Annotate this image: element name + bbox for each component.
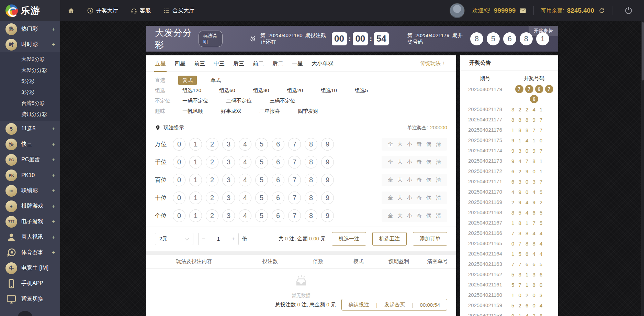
digit-9[interactable]: 9 xyxy=(321,138,334,151)
tab-中三[interactable]: 中三 xyxy=(214,55,225,72)
quick-action-大[interactable]: 大 xyxy=(397,177,403,183)
random-one-button[interactable]: 机选一注 xyxy=(332,232,366,246)
sidebar-item-ssc[interactable]: 时时时彩+ xyxy=(0,37,60,52)
digit-7[interactable]: 7 xyxy=(288,174,301,186)
random-five-button[interactable]: 机选五注 xyxy=(372,232,407,246)
quick-action-偶[interactable]: 偶 xyxy=(426,159,431,165)
add-order-button[interactable]: 添加订单 xyxy=(413,232,447,246)
quick-action-偶[interactable]: 偶 xyxy=(426,195,431,201)
rules-button[interactable]: 玩法说明 xyxy=(199,31,223,47)
mail-icon[interactable] xyxy=(519,7,527,14)
quick-action-清[interactable]: 清 xyxy=(436,213,441,219)
quick-action-奇[interactable]: 奇 xyxy=(417,195,422,201)
play-option-组选5[interactable]: 组选5 xyxy=(351,86,372,95)
digit-9[interactable]: 9 xyxy=(321,156,334,168)
digit-4[interactable]: 4 xyxy=(239,174,251,186)
submenu-item-大发分分彩[interactable]: 大发分分彩 xyxy=(0,65,60,76)
submenu-item-腾讯分分彩[interactable]: 腾讯分分彩 xyxy=(0,109,60,120)
increase-button[interactable]: + xyxy=(228,233,238,245)
sidebar-item-live[interactable]: 真人视讯+ xyxy=(0,229,60,245)
play-option-组选10[interactable]: 组选10 xyxy=(317,86,341,95)
quick-action-大[interactable]: 大 xyxy=(397,213,403,219)
submenu-item-5分彩[interactable]: 5分彩 xyxy=(0,76,60,87)
sidebar-item-pk10[interactable]: PKPK10+ xyxy=(0,167,60,183)
digit-2[interactable]: 2 xyxy=(206,192,218,204)
traditional-play-link[interactable]: 传统玩法 〉 xyxy=(420,60,447,67)
digit-3[interactable]: 3 xyxy=(222,156,235,168)
confirm-bet-button[interactable]: 确认投注 xyxy=(342,302,376,308)
quick-action-大[interactable]: 大 xyxy=(397,159,403,165)
trend-link[interactable]: 开奖走势 xyxy=(529,26,558,36)
sidebar-toggle-button[interactable] xyxy=(17,311,33,316)
quick-action-奇[interactable]: 奇 xyxy=(417,177,422,183)
nav-home[interactable] xyxy=(68,7,75,14)
quick-action-大[interactable]: 大 xyxy=(397,141,403,148)
sidebar-item-pcdd[interactable]: PCPC蛋蛋+ xyxy=(0,152,60,167)
digit-3[interactable]: 3 xyxy=(222,209,235,222)
sidebar-item-hot[interactable]: 热热门彩+ xyxy=(0,21,60,37)
quick-action-清[interactable]: 清 xyxy=(436,177,441,183)
power-icon[interactable] xyxy=(624,6,633,15)
sidebar-item-k3[interactable]: 快快三+ xyxy=(0,137,60,152)
quick-action-小[interactable]: 小 xyxy=(407,177,412,183)
nav-group-buy-hall[interactable]: 合买大厅 xyxy=(163,7,194,14)
digit-9[interactable]: 9 xyxy=(321,209,334,222)
start-group-buy-button[interactable]: 发起合买 xyxy=(377,302,412,308)
sidebar-item-bg[interactable]: 背景切换 xyxy=(0,291,60,307)
digit-0[interactable]: 0 xyxy=(173,138,185,151)
nav-customer-service[interactable]: 客服 xyxy=(131,7,151,14)
play-option-三星报喜[interactable]: 三星报喜 xyxy=(255,107,284,116)
digit-4[interactable]: 4 xyxy=(239,192,251,204)
play-option-单式[interactable]: 单式 xyxy=(206,76,225,85)
quick-action-清[interactable]: 清 xyxy=(436,141,441,148)
digit-3[interactable]: 3 xyxy=(222,192,235,204)
digit-4[interactable]: 4 xyxy=(239,156,251,168)
digit-7[interactable]: 7 xyxy=(288,209,301,222)
sidebar-item-lianxiao[interactable]: •••联销彩+ xyxy=(0,183,60,198)
quick-action-偶[interactable]: 偶 xyxy=(426,177,431,183)
quick-action-全[interactable]: 全 xyxy=(388,177,393,183)
digit-2[interactable]: 2 xyxy=(206,138,218,151)
play-option-组选60[interactable]: 组选60 xyxy=(215,86,239,95)
quick-action-清[interactable]: 清 xyxy=(436,195,441,201)
digit-8[interactable]: 8 xyxy=(305,174,317,186)
digit-4[interactable]: 4 xyxy=(239,138,251,151)
digit-6[interactable]: 6 xyxy=(272,174,284,186)
play-option-组选20[interactable]: 组选20 xyxy=(283,86,307,95)
submenu-item-3分彩[interactable]: 3分彩 xyxy=(0,87,60,98)
digit-2[interactable]: 2 xyxy=(206,209,218,222)
digit-5[interactable]: 5 xyxy=(255,156,268,168)
page-scrollbar[interactable] xyxy=(641,21,644,316)
quick-action-奇[interactable]: 奇 xyxy=(417,159,422,165)
sidebar-item-esports[interactable]: 牛电竞牛 [IM] xyxy=(0,260,60,276)
digit-0[interactable]: 0 xyxy=(173,192,185,204)
digit-0[interactable]: 0 xyxy=(173,156,185,168)
sidebar-item-board[interactable]: ♠棋牌游戏+ xyxy=(0,198,60,214)
nav-lottery-hall[interactable]: 8 开奖大厅 xyxy=(87,7,118,14)
tab-前二[interactable]: 前二 xyxy=(253,55,264,72)
tab-一星[interactable]: 一星 xyxy=(292,55,303,72)
digit-9[interactable]: 9 xyxy=(321,174,334,186)
quick-action-偶[interactable]: 偶 xyxy=(426,213,431,219)
logo[interactable]: 乐游 xyxy=(0,0,60,21)
tab-后二[interactable]: 后二 xyxy=(272,55,283,72)
digit-2[interactable]: 2 xyxy=(206,174,218,186)
tab-五星[interactable]: 五星 xyxy=(155,55,166,72)
digit-3[interactable]: 3 xyxy=(222,138,235,151)
digit-1[interactable]: 1 xyxy=(189,174,202,186)
quick-action-全[interactable]: 全 xyxy=(388,213,393,219)
play-option-一码不定位[interactable]: 一码不定位 xyxy=(178,96,212,106)
digit-5[interactable]: 5 xyxy=(255,174,268,186)
digit-7[interactable]: 7 xyxy=(288,138,301,151)
digit-6[interactable]: 6 xyxy=(272,156,284,168)
digit-1[interactable]: 1 xyxy=(189,192,202,204)
digit-1[interactable]: 1 xyxy=(189,156,202,168)
refresh-icon[interactable] xyxy=(598,7,605,14)
play-option-组选30[interactable]: 组选30 xyxy=(249,86,273,95)
digit-0[interactable]: 0 xyxy=(173,209,185,222)
digit-5[interactable]: 5 xyxy=(255,192,268,204)
quick-action-偶[interactable]: 偶 xyxy=(426,141,431,148)
quick-action-小[interactable]: 小 xyxy=(407,159,412,165)
sidebar-item-sports[interactable]: 体育赛事+ xyxy=(0,245,60,260)
tab-四星[interactable]: 四星 xyxy=(174,55,185,72)
